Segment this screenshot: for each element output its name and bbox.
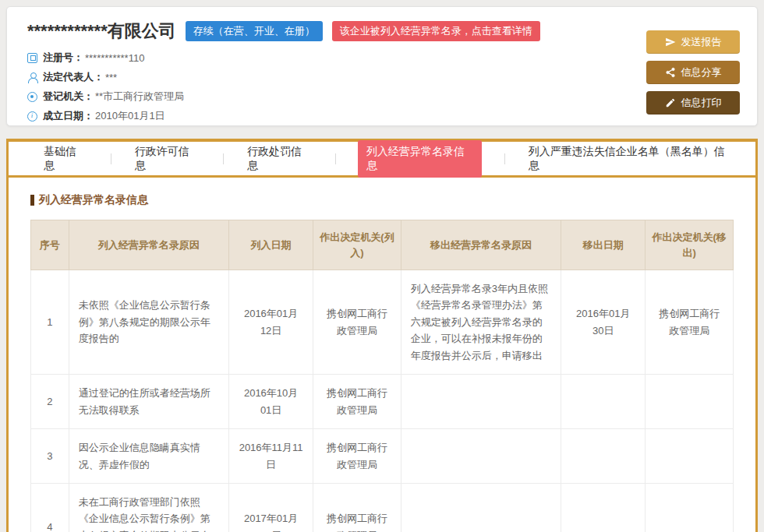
paper-plane-icon [665, 37, 676, 48]
company-info-row: 成立日期：2010年01月1日 [27, 109, 540, 123]
table-cell [401, 429, 561, 484]
table-cell [646, 483, 734, 532]
table-row: 4未在工商行政管理部门依照《企业信息公示暂行条例》第十条规定责令的期限内公示有关… [31, 483, 734, 532]
info-label: 成立日期： [43, 109, 94, 123]
company-info-row: 法定代表人：*** [27, 70, 540, 84]
column-header: 序号 [31, 220, 69, 270]
table-cell: 通过登记的住所或者经营场所无法取得联系 [69, 375, 228, 429]
info-label: 登记机关： [43, 90, 94, 104]
certificate-icon [27, 53, 37, 63]
tab-label: 行政处罚信息 [246, 140, 313, 178]
info-value: ***********110 [85, 52, 144, 64]
print-info-button[interactable]: 信息打印 [646, 91, 740, 115]
tab-2[interactable]: 行政处罚信息 [223, 140, 335, 178]
tab-label: 列入严重违法失信企业名单（黑名单）信息 [527, 140, 733, 178]
action-button-label: 信息打印 [681, 96, 722, 110]
table-cell [561, 429, 646, 484]
company-summary: ************有限公司 存续（在营、开业、在册） 该企业被列入经营异常… [27, 19, 540, 115]
table-cell: 2016年01月30日 [561, 270, 646, 375]
tab-label: 行政许可信息 [133, 140, 200, 178]
info-value: 2010年01月1日 [95, 109, 165, 123]
column-header: 列入日期 [229, 220, 313, 270]
table-cell: 列入经营异常名录3年内且依照《经营异常名录管理办法》第六规定被列入经营异常名录的… [401, 270, 561, 375]
table-cell: 携创网工商行政管理局 [313, 375, 401, 429]
section-title-text: 列入经营异常名录信息 [39, 193, 148, 207]
column-header: 作出决定机关(移出) [646, 220, 734, 270]
pencil-icon [665, 97, 676, 108]
tab-content: 列入经营异常名录信息 序号列入经营异常名录原因列入日期作出决定机关(列入)移出经… [9, 178, 755, 532]
tab-bar: 基础信息行政许可信息行政处罚信息列入经营异常名录信息列入严重违法失信企业名单（黑… [9, 142, 755, 178]
table-cell: 因公示企业信息隐瞒真实情况、弄虚作假的 [69, 429, 228, 484]
tab-label: 基础信息 [42, 140, 88, 178]
header-action-buttons: 发送报告信息分享信息打印 [646, 19, 740, 115]
action-button-label: 信息分享 [681, 65, 722, 79]
table-cell [646, 375, 734, 429]
table-cell [646, 429, 734, 484]
tab-3[interactable]: 列入经营异常名录信息 [335, 140, 504, 178]
company-info-list: 注册号：***********110法定代表人：***登记机关：**市工商行政管… [27, 51, 540, 123]
send-report-button[interactable]: 发送报告 [646, 30, 740, 54]
table-cell: 2016年11月11日 [229, 429, 313, 484]
tab-1[interactable]: 行政许可信息 [111, 140, 223, 178]
table-cell [401, 375, 561, 429]
company-title-row: ************有限公司 存续（在营、开业、在册） 该企业被列入经营异常… [27, 19, 540, 43]
table-cell: 2016年10月01日 [229, 375, 313, 429]
table-cell: 4 [31, 483, 69, 532]
info-label: 注册号： [43, 51, 83, 65]
action-button-label: 发送报告 [681, 35, 722, 49]
company-header-card: ************有限公司 存续（在营、开业、在册） 该企业被列入经营异常… [6, 6, 758, 126]
column-header: 列入经营异常名录原因 [69, 220, 228, 270]
share-info-button[interactable]: 信息分享 [646, 61, 740, 84]
table-cell: 携创网工商行政管理局 [313, 483, 401, 532]
info-label: 法定代表人： [43, 70, 104, 84]
table-cell: 2 [31, 375, 69, 429]
abnormal-records-table: 序号列入经营异常名录原因列入日期作出决定机关(列入)移出经营异常名录原因移出日期… [30, 220, 734, 532]
info-value: **市工商行政管理局 [95, 90, 184, 104]
table-cell: 未依照《企业信息公示暂行条例》第八条规定的期限公示年度报告的 [69, 270, 228, 375]
table-cell: 1 [31, 270, 69, 375]
info-circle-icon [27, 111, 37, 122]
column-header: 移出日期 [561, 220, 646, 270]
table-cell: 2017年01月01日 [229, 483, 313, 532]
table-cell [561, 483, 646, 532]
info-value: *** [105, 72, 117, 83]
company-info-row: 登记机关：**市工商行政管理局 [27, 90, 540, 104]
table-row: 2通过登记的住所或者经营场所无法取得联系2016年10月01日携创网工商行政管理… [31, 375, 734, 429]
table-cell: 携创网工商行政管理局 [313, 270, 401, 375]
section-title-bar-icon [30, 195, 34, 206]
page: ************有限公司 存续（在营、开业、在册） 该企业被列入经营异常… [0, 0, 764, 532]
company-name: ************有限公司 [27, 19, 176, 43]
status-badge: 存续（在营、开业、在册） [186, 21, 323, 41]
company-info-row: 注册号：***********110 [27, 51, 540, 65]
table-header-row: 序号列入经营异常名录原因列入日期作出决定机关(列入)移出经营异常名录原因移出日期… [31, 220, 734, 270]
table-cell: 携创网工商行政管理局 [646, 270, 734, 375]
table-cell [561, 375, 646, 429]
tab-4[interactable]: 列入严重违法失信企业名单（黑名单）信息 [504, 140, 755, 178]
tab-0[interactable]: 基础信息 [19, 140, 111, 178]
table-cell: 携创网工商行政管理局 [313, 429, 401, 484]
table-cell: 3 [31, 429, 69, 484]
table-cell: 未在工商行政管理部门依照《企业信息公示暂行条例》第十条规定责令的期限内公示有关企… [69, 483, 228, 532]
table-cell [401, 483, 561, 532]
location-icon [27, 92, 37, 102]
abnormal-warning-badge[interactable]: 该企业被列入经营异常名录，点击查看详情 [332, 21, 540, 41]
table-row: 3因公示企业信息隐瞒真实情况、弄虚作假的2016年11月11日携创网工商行政管理… [31, 429, 734, 484]
tab-label: 列入经营异常名录信息 [358, 140, 482, 178]
table-cell: 2016年01月12日 [229, 270, 313, 375]
main-card: 基础信息行政许可信息行政处罚信息列入经营异常名录信息列入严重违法失信企业名单（黑… [6, 139, 758, 532]
column-header: 移出经营异常名录原因 [401, 220, 561, 270]
column-header: 作出决定机关(列入) [313, 220, 401, 270]
share-nodes-icon [665, 67, 676, 78]
table-row: 1未依照《企业信息公示暂行条例》第八条规定的期限公示年度报告的2016年01月1… [31, 270, 734, 375]
person-icon [27, 72, 37, 83]
section-title: 列入经营异常名录信息 [30, 193, 734, 207]
